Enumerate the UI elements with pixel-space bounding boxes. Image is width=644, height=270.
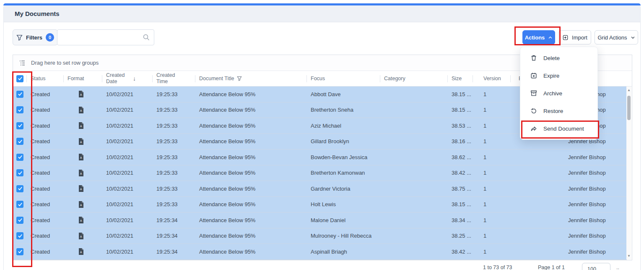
- select-all-checkbox[interactable]: [16, 75, 23, 82]
- table-row[interactable]: CreatedA10/02/202119:25:33Attendance Bel…: [13, 149, 627, 165]
- row-select-checkbox[interactable]: [16, 138, 23, 145]
- sort-desc-icon[interactable]: ↓: [133, 75, 136, 82]
- svg-text:A: A: [80, 203, 82, 206]
- menu-item-archive[interactable]: Archive: [520, 84, 597, 102]
- cell-format: A: [63, 118, 102, 134]
- menu-item-send-document[interactable]: Send Document: [520, 120, 597, 137]
- cell-category: [380, 149, 447, 165]
- cell-focus: Bowden-Bevan Jessica: [306, 149, 380, 165]
- cell-select: [13, 197, 26, 212]
- cell-select: [13, 244, 26, 260]
- column-header-size[interactable]: Size: [447, 71, 473, 86]
- scroll-down-arrow-icon[interactable]: ▼: [626, 254, 631, 258]
- column-label-created_date: Created Date: [106, 72, 129, 85]
- column-label-version: Version: [483, 76, 501, 81]
- check-icon: [18, 123, 23, 128]
- cell-created_time: 19:25:33: [152, 87, 195, 102]
- actions-button[interactable]: Actions: [522, 30, 555, 45]
- cell-expiry: [510, 244, 554, 260]
- row-range-summary: 1 to 73 of 73: [483, 265, 512, 270]
- search-input[interactable]: [62, 30, 141, 45]
- column-header-format[interactable]: Format: [63, 71, 102, 86]
- column-header-created_date[interactable]: Created Date↓: [102, 71, 152, 86]
- check-icon: [18, 155, 23, 160]
- page-title: My Documents: [15, 5, 60, 22]
- table-row[interactable]: CreatedA10/02/202119:25:33Attendance Bel…: [13, 181, 627, 197]
- cell-version: 1: [473, 181, 510, 197]
- column-label-category: Category: [384, 76, 405, 81]
- cell-format: A: [63, 149, 102, 165]
- table-row[interactable]: CreatedA10/02/202119:25:33Attendance Bel…: [13, 165, 627, 181]
- grid-actions-button[interactable]: Grid Actions: [595, 30, 638, 45]
- cell-title: Attendance Below 95%: [195, 212, 306, 228]
- column-header-status[interactable]: Status: [26, 71, 63, 86]
- cell-category: [380, 197, 447, 212]
- column-header-created_time[interactable]: Created Time: [152, 71, 195, 86]
- cell-status: Created: [26, 165, 63, 181]
- cell-expiry: [510, 212, 554, 228]
- cell-created_date: 10/02/2021: [102, 212, 152, 228]
- cell-select: [13, 102, 26, 118]
- row-select-checkbox[interactable]: [16, 106, 23, 113]
- table-row[interactable]: CreatedA10/02/202119:25:34Attendance Bel…: [13, 212, 627, 228]
- table-row[interactable]: CreatedA10/02/202119:25:34Attendance Bel…: [13, 228, 627, 244]
- column-header-select[interactable]: [13, 71, 26, 86]
- row-select-checkbox[interactable]: [16, 122, 23, 129]
- table-row[interactable]: CreatedA10/02/202119:25:34Attendance Bel…: [13, 244, 627, 260]
- cell-title: Attendance Below 95%: [195, 87, 306, 102]
- cell-size: 38.16 ...: [447, 134, 473, 149]
- row-select-checkbox[interactable]: [16, 217, 23, 224]
- row-select-checkbox[interactable]: [16, 201, 23, 208]
- pdf-file-icon: A: [78, 91, 84, 97]
- cell-focus: Mulrooney - Hill Rebecca: [306, 228, 380, 244]
- pdf-file-icon: A: [78, 217, 84, 223]
- cell-title: Attendance Below 95%: [195, 149, 306, 165]
- cell-size: 38.15 ...: [447, 102, 473, 118]
- cell-title: Attendance Below 95%: [195, 181, 306, 197]
- cell-focus: Holt Lewis: [306, 197, 380, 212]
- row-select-checkbox[interactable]: [16, 169, 23, 176]
- menu-item-expire[interactable]: Expire: [520, 67, 597, 84]
- column-header-category[interactable]: Category: [380, 71, 447, 86]
- cell-title: Attendance Below 95%: [195, 134, 306, 149]
- cell-version: 1: [473, 244, 510, 260]
- table-row[interactable]: CreatedA10/02/202119:25:33Attendance Bel…: [13, 197, 627, 213]
- pdf-file-icon: A: [78, 201, 84, 208]
- cell-expiry: [510, 149, 554, 165]
- page-size-select[interactable]: 100: [582, 263, 610, 270]
- row-select-checkbox[interactable]: [16, 185, 23, 192]
- cell-created_date: 10/02/2021: [102, 149, 152, 165]
- check-icon: [18, 249, 23, 254]
- cell-created_time: 19:25:33: [152, 165, 195, 181]
- cell-focus: Bretherton Kamonwan: [306, 165, 380, 181]
- cell-created_time: 19:25:33: [152, 102, 195, 118]
- cell-category: [380, 165, 447, 181]
- check-icon: [18, 233, 23, 239]
- filters-button[interactable]: Filters 0: [13, 29, 58, 45]
- cell-expiry: [510, 228, 554, 244]
- column-header-focus[interactable]: Focus: [306, 71, 380, 86]
- cell-version: 1: [473, 87, 510, 102]
- scrollbar-thumb[interactable]: [627, 96, 631, 120]
- column-header-version[interactable]: Version: [473, 71, 510, 86]
- search-icon: [143, 34, 150, 41]
- import-button[interactable]: Import: [558, 30, 591, 45]
- cell-size: 38.53 ...: [447, 118, 473, 134]
- cell-format: A: [63, 212, 102, 228]
- column-header-title[interactable]: Document Title: [195, 71, 306, 86]
- row-select-checkbox[interactable]: [16, 154, 23, 161]
- menu-item-restore[interactable]: Restore: [520, 102, 597, 120]
- cell-size: 38.42 ...: [447, 244, 473, 260]
- scroll-up-arrow-icon[interactable]: ▲: [626, 88, 631, 92]
- column-filter-icon[interactable]: [237, 76, 242, 81]
- row-select-checkbox[interactable]: [16, 91, 23, 98]
- pdf-file-icon: A: [78, 233, 84, 239]
- cell-created_by: Jennifer Bishop: [554, 244, 627, 260]
- row-select-checkbox[interactable]: [16, 248, 23, 255]
- check-icon: [18, 107, 23, 113]
- cell-category: [380, 87, 447, 102]
- vertical-scrollbar[interactable]: ▲ ▼: [626, 87, 631, 260]
- menu-item-delete[interactable]: Delete: [520, 49, 597, 67]
- cell-category: [380, 134, 447, 149]
- row-select-checkbox[interactable]: [16, 232, 23, 239]
